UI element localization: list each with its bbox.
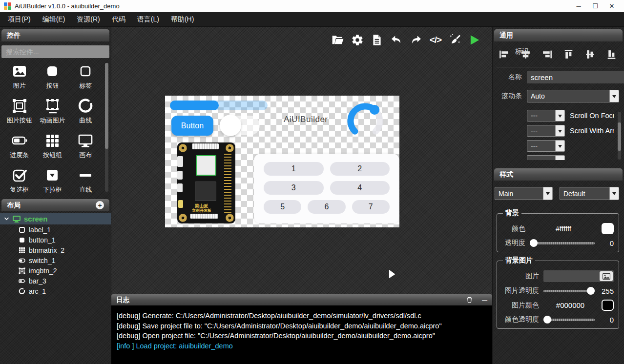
bg-image-opacity-value: 255 — [599, 287, 614, 295]
matrix-button[interactable]: 2 — [330, 162, 390, 176]
maximize-button[interactable]: ☐ — [587, 0, 603, 12]
tree-item-switch[interactable]: switch_1 — [0, 255, 111, 265]
canvas-toolbar: </> — [332, 34, 481, 46]
widget-search-input[interactable] — [1, 45, 109, 58]
open-folder-icon[interactable] — [332, 34, 344, 46]
menu-project[interactable]: 项目(P) — [2, 13, 37, 26]
settings-gear-icon[interactable] — [351, 34, 364, 46]
button-matrix-icon — [44, 132, 61, 149]
chevron-down-icon — [609, 187, 619, 200]
log-output: [debug] Generate: C:/Users/Administrator… — [111, 305, 492, 364]
tree-item-bar[interactable]: bar_3 — [0, 276, 111, 286]
menu-language[interactable]: 语言(L) — [131, 13, 165, 26]
style-state-dropdown[interactable]: Default — [560, 187, 619, 200]
minimize-button[interactable]: ─ — [570, 0, 587, 12]
tree-item-button[interactable]: button_1 — [0, 235, 111, 245]
arc-widget[interactable] — [346, 101, 385, 141]
switch-widget[interactable] — [221, 116, 260, 135]
log-panel-header: 日志 ─ — [111, 294, 492, 305]
code-icon[interactable]: </> — [429, 34, 442, 46]
bg-image-opacity-slider[interactable] — [543, 287, 595, 295]
run-play-icon[interactable] — [468, 34, 481, 46]
general-scrollbar[interactable] — [618, 112, 621, 160]
widget-item-dropdown[interactable]: 下拉框 — [36, 167, 69, 194]
bar-indicator — [170, 101, 219, 110]
widget-item-canvas[interactable]: 画布 — [69, 132, 102, 160]
tree-item-screen[interactable]: screen — [0, 213, 111, 224]
bg-image-opacity-label: 图片透明度 — [502, 286, 539, 295]
widget-item-arc[interactable]: 曲线 — [69, 98, 102, 125]
file-icon[interactable] — [371, 34, 383, 46]
bar-widget[interactable] — [170, 101, 268, 110]
undo-icon[interactable] — [390, 34, 403, 46]
align-center-vertical-icon[interactable] — [584, 49, 596, 60]
pcb-chip — [195, 182, 216, 201]
log-panel: 日志 ─ [debug] Generate: C:/Users/Administ… — [111, 294, 492, 364]
align-top-icon[interactable] — [563, 49, 574, 60]
label-widget[interactable]: AiUIBuilder — [284, 115, 328, 124]
screen-icon — [13, 216, 21, 222]
slider-knob[interactable] — [543, 316, 551, 324]
image-button-widget[interactable]: 梁山派 立创开发板 V1.2 — [177, 142, 235, 223]
redo-icon[interactable] — [410, 34, 422, 46]
flag-dropdown-scroll-with-arrow[interactable]: --- — [527, 125, 565, 137]
bg-opacity-slider[interactable] — [530, 239, 595, 247]
bg-image-color-swatch[interactable] — [602, 300, 614, 311]
menu-resource[interactable]: 资源(R) — [71, 13, 105, 26]
widget-item-button-matrix[interactable]: 按钮组 — [36, 132, 69, 160]
menu-edit[interactable]: 编辑(E) — [37, 13, 71, 26]
clear-log-trash-icon[interactable] — [466, 296, 473, 303]
matrix-button[interactable]: 5 — [264, 200, 301, 214]
widget-item-bar[interactable]: 进度条 — [3, 132, 36, 160]
menu-help[interactable]: 帮助(H) — [165, 13, 200, 26]
matrix-button[interactable]: 4 — [330, 181, 390, 195]
clean-broom-icon[interactable] — [449, 34, 461, 46]
flag-dropdown-snappable[interactable]: --- — [527, 140, 565, 152]
flag-dropdown-scroll-on-focus[interactable]: --- — [527, 110, 565, 121]
button-widget[interactable]: Button — [171, 116, 213, 136]
btnmatrix-widget[interactable]: 1 2 3 4 5 6 7 — [254, 154, 399, 223]
matrix-button[interactable]: 7 — [352, 200, 390, 214]
widgets-scrollbar[interactable] — [105, 63, 108, 192]
design-screen[interactable]: Button AiUIBuilder — [165, 96, 399, 227]
style-part-dropdown[interactable]: Main — [495, 187, 553, 200]
tree-item-arc[interactable]: arc_1 — [0, 286, 111, 296]
bg-color-opacity-slider[interactable] — [543, 316, 595, 324]
name-input[interactable] — [527, 71, 624, 83]
widget-item-animated-image[interactable]: 动画图片 — [36, 98, 69, 125]
widget-item-image[interactable]: 图片 — [3, 63, 36, 90]
matrix-button[interactable]: 1 — [264, 162, 324, 176]
title-bar: AiUIBuilder v1.0.0 - aiuibuilder_demo ─ … — [0, 0, 624, 12]
tree-item-btnmatrix[interactable]: btnmatrix_2 — [0, 245, 111, 255]
widget-item-button[interactable]: 按钮 — [36, 63, 69, 90]
widget-item-image-button[interactable]: 图片按钮 — [3, 98, 36, 125]
pick-image-button[interactable] — [600, 271, 613, 281]
slider-knob[interactable] — [530, 239, 538, 247]
tree-item-label[interactable]: label_1 — [0, 224, 111, 235]
widget-item-line[interactable]: 直线 — [69, 167, 102, 194]
tree-item-imgbtn[interactable]: imgbtn_2 — [0, 265, 111, 276]
close-button[interactable]: ✕ — [603, 0, 620, 12]
widgets-panel: 控件 图片 按钮 标签 图片按钮 动画图片 — [0, 27, 111, 364]
menu-code[interactable]: 代码 — [106, 13, 131, 26]
flag-dropdown[interactable] — [527, 155, 565, 160]
background-group: 背景 颜色 #ffffff 透明度 0 — [497, 209, 619, 252]
matrix-button[interactable]: 3 — [264, 181, 324, 195]
background-image-legend: 背景图片 — [503, 256, 535, 265]
widget-item-checkbox[interactable]: 复选框 — [3, 167, 36, 194]
align-bottom-icon[interactable] — [606, 49, 617, 60]
menu-bar: 项目(P) 编辑(E) 资源(R) 代码 语言(L) 帮助(H) — [0, 12, 624, 27]
bg-color-swatch[interactable] — [602, 223, 614, 234]
align-right-icon[interactable] — [541, 49, 553, 60]
widget-item-label[interactable]: 标签 — [69, 63, 102, 90]
log-line: [info ] Load project: aiuibuilder_demo — [117, 341, 487, 351]
scrollbar-mode-dropdown[interactable]: Auto — [527, 90, 619, 102]
slider-knob[interactable] — [587, 287, 595, 295]
add-screen-button[interactable]: + — [96, 201, 104, 209]
log-line: [debug] Generate: C:/Users/Administrator… — [117, 311, 487, 321]
bg-image-input[interactable] — [543, 270, 614, 282]
animated-image-icon — [44, 98, 61, 114]
matrix-button[interactable]: 6 — [308, 200, 345, 214]
minimize-log-icon[interactable]: ─ — [482, 298, 487, 303]
checkbox-icon — [11, 167, 28, 183]
